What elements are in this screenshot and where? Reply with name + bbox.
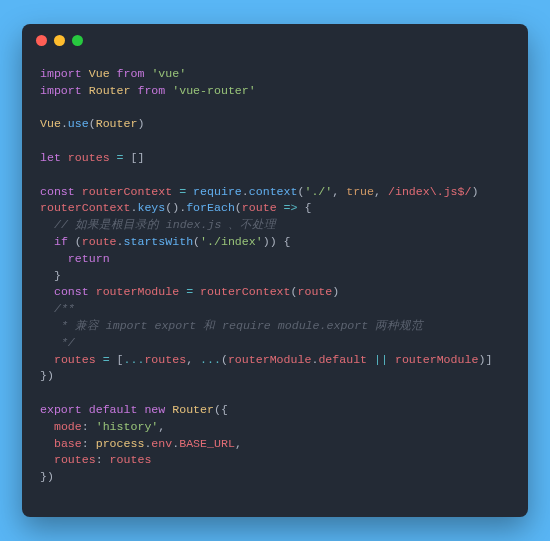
- bool: true: [346, 185, 374, 198]
- punc: }): [40, 470, 54, 483]
- kw: return: [68, 252, 110, 265]
- var: route: [242, 201, 277, 214]
- punc: .: [117, 235, 124, 248]
- code-window: import Vue from 'vue' import Router from…: [22, 24, 528, 517]
- punc: (: [68, 235, 82, 248]
- kw: export: [40, 403, 82, 416]
- close-icon[interactable]: [36, 35, 47, 46]
- prop: base: [54, 437, 82, 450]
- punc: .: [61, 117, 68, 130]
- comment: * 兼容 import export 和 require module.expo…: [54, 319, 423, 332]
- punc: (: [235, 201, 242, 214]
- fn: context: [249, 185, 298, 198]
- prop: default: [318, 353, 367, 366]
- punc: :: [82, 437, 96, 450]
- punc: []: [130, 151, 144, 164]
- ident: Router: [172, 403, 214, 416]
- ident: Router: [89, 84, 131, 97]
- var: routerModule: [96, 285, 180, 298]
- kw: const: [54, 285, 89, 298]
- punc: {: [304, 201, 311, 214]
- maximize-icon[interactable]: [72, 35, 83, 46]
- op: =: [179, 285, 200, 298]
- window-titlebar: [22, 24, 528, 56]
- punc: ,: [332, 185, 346, 198]
- punc: ): [471, 185, 478, 198]
- kw: import: [40, 67, 82, 80]
- op: ...: [200, 353, 221, 366]
- fn: forEach: [186, 201, 235, 214]
- var: routes: [54, 353, 96, 366]
- regex: /index\.js$/: [388, 185, 472, 198]
- code-block: import Vue from 'vue' import Router from…: [22, 56, 528, 506]
- punc: {: [284, 235, 291, 248]
- op: =: [110, 151, 131, 164]
- fn: use: [68, 117, 89, 130]
- comment: /**: [54, 302, 75, 315]
- ident: Vue: [89, 67, 110, 80]
- kw: from: [137, 84, 165, 97]
- punc: }: [54, 269, 61, 282]
- var: routerContext: [200, 285, 290, 298]
- punc: (: [89, 117, 96, 130]
- punc: ]: [485, 353, 492, 366]
- var: routes: [110, 453, 152, 466]
- op: =>: [277, 201, 305, 214]
- var: routerModule: [395, 353, 479, 366]
- punc: [: [117, 353, 124, 366]
- kw: if: [54, 235, 68, 248]
- punc: (: [214, 403, 221, 416]
- string: './': [304, 185, 332, 198]
- kw: let: [40, 151, 61, 164]
- comment: // 如果是根目录的 index.js 、不处理: [54, 218, 276, 231]
- ident: Vue: [40, 117, 61, 130]
- op: =: [96, 353, 117, 366]
- punc: .: [242, 185, 249, 198]
- kw: new: [144, 403, 165, 416]
- string: 'vue': [151, 67, 186, 80]
- minimize-icon[interactable]: [54, 35, 65, 46]
- punc: ,: [374, 185, 388, 198]
- var: routerModule: [228, 353, 312, 366]
- ident: Router: [96, 117, 138, 130]
- prop: env: [151, 437, 172, 450]
- ident: process: [96, 437, 145, 450]
- var: route: [297, 285, 332, 298]
- var: routes: [144, 353, 186, 366]
- op: =: [172, 185, 193, 198]
- kw: import: [40, 84, 82, 97]
- var: routes: [68, 151, 110, 164]
- string: './index': [200, 235, 263, 248]
- kw: from: [117, 67, 145, 80]
- prop: routes: [54, 453, 96, 466]
- fn: require: [193, 185, 242, 198]
- string: 'vue-router': [172, 84, 256, 97]
- var: routerContext: [40, 201, 130, 214]
- op: ||: [367, 353, 395, 366]
- fn: startsWith: [124, 235, 194, 248]
- punc: {: [221, 403, 228, 416]
- op: ...: [124, 353, 145, 366]
- punc: ,: [235, 437, 242, 450]
- fn: keys: [137, 201, 165, 214]
- punc: ().: [165, 201, 186, 214]
- kw: const: [40, 185, 75, 198]
- punc: )): [263, 235, 284, 248]
- prop: BASE_URL: [179, 437, 235, 450]
- kw: default: [89, 403, 138, 416]
- punc: :: [96, 453, 110, 466]
- punc: ): [137, 117, 144, 130]
- comment: */: [54, 336, 75, 349]
- punc: }): [40, 369, 54, 382]
- punc: :: [82, 420, 96, 433]
- prop: mode: [54, 420, 82, 433]
- var: route: [82, 235, 117, 248]
- punc: (: [221, 353, 228, 366]
- string: 'history': [96, 420, 159, 433]
- punc: ): [332, 285, 339, 298]
- var: routerContext: [82, 185, 172, 198]
- punc: ,: [158, 420, 165, 433]
- punc: ,: [186, 353, 200, 366]
